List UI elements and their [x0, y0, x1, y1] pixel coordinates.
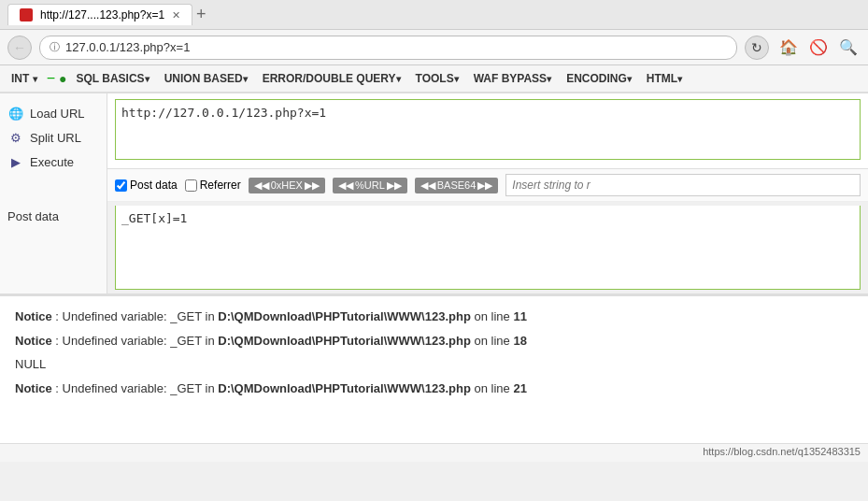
nav-encoding[interactable]: ENCODING▾ — [561, 68, 637, 89]
union-arrow-icon: ▾ — [243, 74, 248, 84]
post-data-checkbox-label[interactable]: Post data — [115, 179, 178, 192]
browser-addressbar: ← ⓘ 127.0.0.1/123.php?x=1 ↻ 🏠 🚫 🔍 — [0, 30, 868, 65]
output-line-2: Notice : Undefined variable: _GET in D:\… — [15, 332, 853, 351]
browser-actions: 🏠 🚫 🔍 — [776, 36, 861, 60]
referrer-checkbox[interactable] — [185, 179, 197, 192]
sql-basics-arrow-icon: ▾ — [145, 74, 149, 84]
output-text-after-4: on line — [474, 381, 513, 395]
int-label: INT — [11, 72, 29, 85]
info-icon: ⓘ — [50, 40, 60, 54]
error-arrow-icon: ▾ — [396, 74, 401, 84]
output-path-1: D:\QMDownload\PHPTutorial\WWW\123.php — [218, 309, 471, 323]
encoding-arrow-icon: ▾ — [627, 74, 632, 84]
status-url: https://blog.csdn.net/q1352483315 — [703, 446, 861, 457]
output-linenum-4: 21 — [513, 381, 526, 395]
post-data-textarea[interactable]: _GET[x]=1 — [115, 206, 861, 290]
nav-int[interactable]: INT ▾ — [6, 68, 43, 89]
globe-icon: 🌐 — [7, 105, 24, 122]
output-null-line: NULL — [15, 355, 853, 374]
nav-tools[interactable]: TOOLS▾ — [410, 68, 464, 89]
url-input-area: http://127.0.0.1/123.php?x=1 — [107, 93, 868, 169]
output-text-before-1: : Undefined variable: _GET in — [55, 309, 218, 323]
nav-error-double[interactable]: ERROR/DOUBLE QUERY▾ — [257, 68, 406, 89]
post-data-label: Post data — [0, 202, 107, 293]
referrer-checkbox-label[interactable]: Referrer — [185, 179, 241, 192]
tab-close-icon[interactable]: ✕ — [172, 9, 180, 21]
url-left-arrow-icon: ◀◀ — [338, 179, 353, 192]
hex-label: 0xHEX — [271, 179, 303, 191]
address-bar[interactable]: ⓘ 127.0.0.1/123.php?x=1 — [39, 36, 737, 60]
output-text-after-2: on line — [474, 334, 513, 348]
nav-html[interactable]: HTML▾ — [641, 68, 688, 89]
tool-navbar: INT ▾ − ● SQL BASICS▾ UNION BASED▾ ERROR… — [0, 65, 868, 93]
indicator-dot: ● — [59, 71, 66, 86]
sidebar: 🌐 Load URL ⚙ Split URL ▶ Execute — [0, 93, 107, 202]
tools-arrow-icon: ▾ — [454, 74, 459, 84]
base64-label: BASE64 — [437, 179, 477, 191]
output-text-after-1: on line — [474, 309, 513, 323]
load-url-label: Load URL — [30, 107, 85, 121]
sidebar-item-split-url[interactable]: ⚙ Split URL — [0, 125, 107, 150]
nav-waf-bypass[interactable]: WAF BYPASS▾ — [468, 68, 557, 89]
back-button[interactable]: ← — [7, 36, 32, 60]
notice-2: Notice — [15, 334, 52, 348]
url-encode-label: %URL — [355, 179, 385, 191]
hex-right-arrow-icon: ▶▶ — [305, 179, 320, 192]
hex-left-arrow-icon: ◀◀ — [254, 179, 269, 192]
post-data-checkbox-text: Post data — [130, 179, 178, 192]
tab-title: http://127....123.php?x=1 — [40, 8, 164, 21]
browser-titlebar: http://127....123.php?x=1 ✕ + — [0, 0, 868, 30]
home-button[interactable]: 🏠 — [776, 36, 801, 60]
url-right-arrow-icon: ▶▶ — [387, 179, 402, 192]
output-linenum-1: 11 — [513, 309, 526, 323]
nav-sql-basics[interactable]: SQL BASICS▾ — [71, 68, 155, 89]
base64-right-arrow-icon: ▶▶ — [477, 179, 492, 192]
output-line-1: Notice : Undefined variable: _GET in D:\… — [15, 308, 853, 326]
base64-encode-button[interactable]: ◀◀ BASE64 ▶▶ — [415, 178, 499, 193]
url-textarea[interactable]: http://127.0.0.1/123.php?x=1 — [115, 99, 861, 160]
referrer-label: Referrer — [200, 179, 241, 192]
content-area: http://127.0.0.1/123.php?x=1 Post data R… — [107, 93, 868, 202]
back-icon: ← — [13, 40, 26, 55]
nav-union-based[interactable]: UNION BASED▾ — [159, 68, 253, 89]
insert-string-input[interactable] — [505, 174, 861, 196]
split-icon: ⚙ — [7, 129, 24, 146]
hex-encode-button[interactable]: ◀◀ 0xHEX ▶▶ — [249, 178, 325, 193]
split-url-label: Split URL — [30, 131, 81, 145]
notice-1: Notice — [15, 309, 52, 323]
status-bar: https://blog.csdn.net/q1352483315 — [0, 443, 868, 462]
url-encode-button[interactable]: ◀◀ %URL ▶▶ — [333, 178, 407, 193]
output-path-4: D:\QMDownload\PHPTutorial\WWW\123.php — [218, 381, 471, 395]
output-area: Notice : Undefined variable: _GET in D:\… — [0, 293, 868, 443]
indicator-green: − — [47, 70, 55, 87]
notice-4: Notice — [15, 381, 52, 395]
output-linenum-2: 18 — [513, 334, 526, 348]
reload-icon: ↻ — [751, 40, 762, 55]
post-data-section: Post data _GET[x]=1 — [0, 202, 868, 293]
browser-tab[interactable]: http://127....123.php?x=1 ✕ — [7, 4, 192, 25]
null-text: NULL — [15, 357, 46, 371]
base64-left-arrow-icon: ◀◀ — [420, 179, 435, 192]
main-area: 🌐 Load URL ⚙ Split URL ▶ Execute http://… — [0, 93, 868, 202]
output-path-2: D:\QMDownload\PHPTutorial\WWW\123.php — [218, 334, 471, 348]
address-text: 127.0.0.1/123.php?x=1 — [65, 40, 190, 54]
output-text-before-2: : Undefined variable: _GET in — [55, 334, 218, 348]
html-arrow-icon: ▾ — [677, 74, 682, 84]
reload-button[interactable]: ↻ — [745, 36, 769, 60]
encoding-row: Post data Referrer ◀◀ 0xHEX ▶▶ ◀◀ %URL ▶… — [107, 169, 868, 202]
sidebar-item-load-url[interactable]: 🌐 Load URL — [0, 101, 107, 125]
play-icon: ▶ — [7, 153, 24, 170]
output-text-before-4: : Undefined variable: _GET in — [55, 381, 218, 395]
search-button[interactable]: 🔍 — [836, 36, 861, 60]
waf-arrow-icon: ▾ — [547, 74, 551, 84]
post-data-checkbox[interactable] — [115, 179, 127, 192]
int-arrow-icon: ▾ — [33, 74, 37, 84]
tab-favicon-icon — [20, 8, 33, 21]
execute-label: Execute — [30, 155, 74, 169]
stop-button[interactable]: 🚫 — [806, 36, 831, 60]
sidebar-item-execute[interactable]: ▶ Execute — [0, 150, 107, 174]
new-tab-button[interactable]: + — [196, 5, 206, 24]
output-line-4: Notice : Undefined variable: _GET in D:\… — [15, 379, 853, 398]
